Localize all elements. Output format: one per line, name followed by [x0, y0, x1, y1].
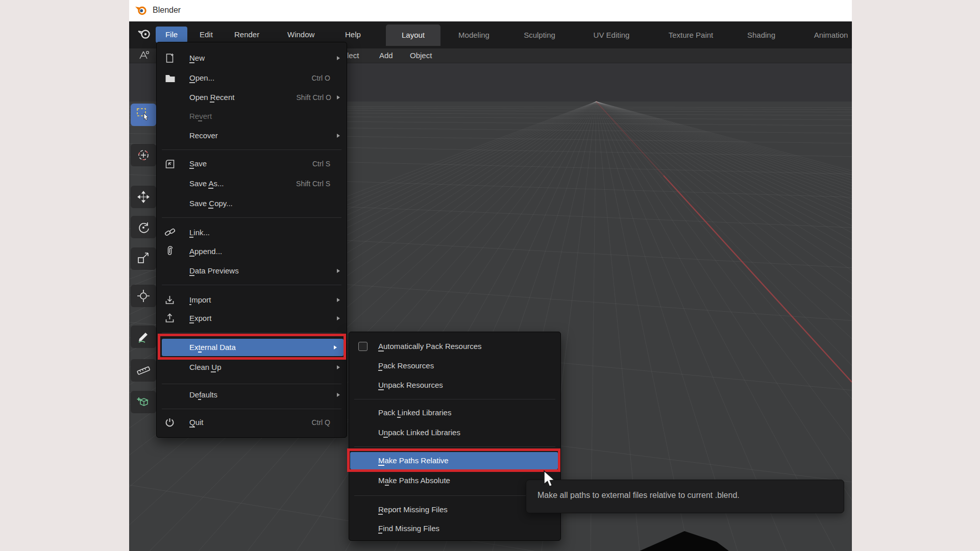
menu-separator [354, 495, 555, 496]
blender-icon[interactable] [137, 27, 152, 40]
submenu-arrow-icon [337, 95, 340, 99]
accelerator-underline [378, 350, 384, 352]
menu-window[interactable]: Window [283, 27, 318, 43]
editor-type-icon[interactable] [138, 50, 150, 61]
menu-item-find-missing-files[interactable]: Find Missing Files [349, 520, 560, 537]
annotate-icon [137, 330, 150, 343]
tab-texture-paint[interactable]: Texture Paint [657, 24, 725, 46]
accelerator-underline [210, 102, 214, 103]
accelerator-underline [198, 120, 202, 121]
accelerator-underline [208, 188, 213, 189]
blender-logo-icon [135, 4, 148, 17]
accelerator-underline [383, 437, 388, 438]
menu-render[interactable]: Render [230, 27, 263, 43]
tab-uv-editing[interactable]: UV Editing [585, 24, 638, 46]
menu-edit[interactable]: Edit [195, 27, 217, 43]
menu-item-append[interactable]: Append... [157, 243, 347, 260]
rotate-icon [137, 220, 150, 234]
menu-item-recover[interactable]: Recover [157, 127, 347, 144]
accelerator-underline [189, 322, 194, 323]
menu-file[interactable]: File [156, 27, 187, 43]
add-cube-icon [137, 395, 150, 409]
measure-icon [137, 364, 150, 377]
menu-item-save-copy[interactable]: Save Copy... [157, 195, 347, 212]
checkbox-unchecked[interactable] [358, 342, 368, 351]
menu-item-save[interactable]: SaveCtrl S [157, 155, 347, 172]
menu-item-pack-linked-libraries[interactable]: Pack Linked Libraries [349, 404, 560, 421]
menu-item-label: Open... [189, 73, 214, 83]
menu-item-label: Append... [189, 246, 222, 257]
submenu-arrow-icon [337, 365, 340, 369]
tab-animation[interactable]: Animation [805, 24, 852, 46]
accelerator-underline [397, 417, 401, 418]
tool-transform[interactable] [131, 285, 156, 307]
submenu-arrow-icon [337, 269, 340, 273]
submenu-arrow-icon [337, 393, 340, 397]
menu-item-unpack-resources[interactable]: Unpack Resources [349, 377, 560, 394]
accelerator-underline [378, 389, 384, 390]
menu-item-save-as[interactable]: Save As...Shift Ctrl S [157, 175, 347, 192]
link-icon [164, 227, 176, 238]
menu-separator [162, 217, 341, 218]
menu-item-label: Automatically Pack Resources [378, 341, 482, 352]
menu-separator [162, 384, 341, 384]
menu-item-unpack-linked-libraries[interactable]: Unpack Linked Libraries [349, 424, 560, 441]
menu-item-import[interactable]: Import [157, 291, 347, 309]
menu-item-new[interactable]: New [157, 49, 347, 67]
accelerator-underline [378, 370, 382, 371]
menu-help[interactable]: Help [341, 27, 365, 43]
menu-item-defaults[interactable]: Defaults [157, 386, 347, 404]
menu-item-pack-resources[interactable]: Pack Resources [349, 357, 560, 374]
tool-select-box[interactable] [131, 104, 156, 126]
tool-rotate[interactable] [131, 216, 156, 238]
menu-item-data-previews[interactable]: Data Previews [157, 262, 347, 280]
annotation-box-external-data [158, 334, 346, 360]
viewport-menu-object[interactable]: Object [410, 51, 432, 61]
tool-cursor[interactable] [131, 144, 156, 166]
menu-separator [162, 149, 341, 150]
move-icon [137, 190, 150, 204]
cursor-icon [137, 148, 150, 162]
accelerator-underline [208, 208, 213, 209]
menu-item-clean-up[interactable]: Clean Up [157, 359, 347, 376]
viewport-menu-select-partial[interactable]: lect [347, 51, 359, 61]
menu-item-label: Open Recent [189, 92, 234, 103]
submenu-arrow-icon [337, 56, 340, 60]
menu-item-revert[interactable]: Revert [157, 108, 347, 125]
menu-separator [354, 446, 555, 447]
accelerator-underline [189, 168, 194, 169]
menu-item-open[interactable]: Open...Ctrl O [157, 69, 347, 87]
menu-item-label: Pack Linked Libraries [378, 408, 451, 418]
menu-item-open-recent[interactable]: Open RecentShift Ctrl O [157, 89, 347, 106]
tool-scale[interactable] [131, 247, 156, 270]
menu-item-export[interactable]: Export [157, 310, 347, 327]
shortcut-label: Ctrl Q [311, 417, 330, 428]
menu-item-quit[interactable]: QuitCtrl Q [157, 414, 347, 431]
folder-icon [164, 72, 176, 84]
tool-annotate[interactable] [131, 325, 156, 348]
tooltip: Make all paths to external files relativ… [526, 480, 844, 513]
menu-item-label: Save [189, 159, 207, 169]
tab-layout[interactable]: Layout [386, 24, 440, 46]
viewport-menu-add[interactable]: Add [379, 51, 393, 61]
menu-item-link[interactable]: Link... [157, 224, 347, 241]
menu-item-label: Recover [189, 131, 218, 141]
tool-move[interactable] [131, 186, 156, 208]
menu-separator [162, 333, 341, 333]
tab-shading[interactable]: Shading [742, 24, 781, 46]
power-icon [164, 417, 176, 428]
window-title: Blender [153, 6, 181, 15]
tool-add-cube[interactable] [131, 391, 156, 413]
save-icon [164, 158, 176, 169]
menu-item-label: Export [189, 313, 211, 323]
tab-modeling[interactable]: Modeling [451, 24, 497, 46]
menu-item-automatically-pack-resources[interactable]: Automatically Pack Resources [349, 338, 560, 355]
os-title-bar: Blender [129, 0, 852, 21]
accelerator-underline [378, 514, 383, 515]
accelerator-underline [211, 371, 216, 372]
tool-measure[interactable] [131, 359, 156, 382]
menu-item-label: Save As... [189, 179, 224, 189]
import-icon [164, 294, 176, 306]
tab-sculpting[interactable]: Sculpting [516, 24, 564, 46]
submenu-arrow-icon [337, 316, 340, 320]
